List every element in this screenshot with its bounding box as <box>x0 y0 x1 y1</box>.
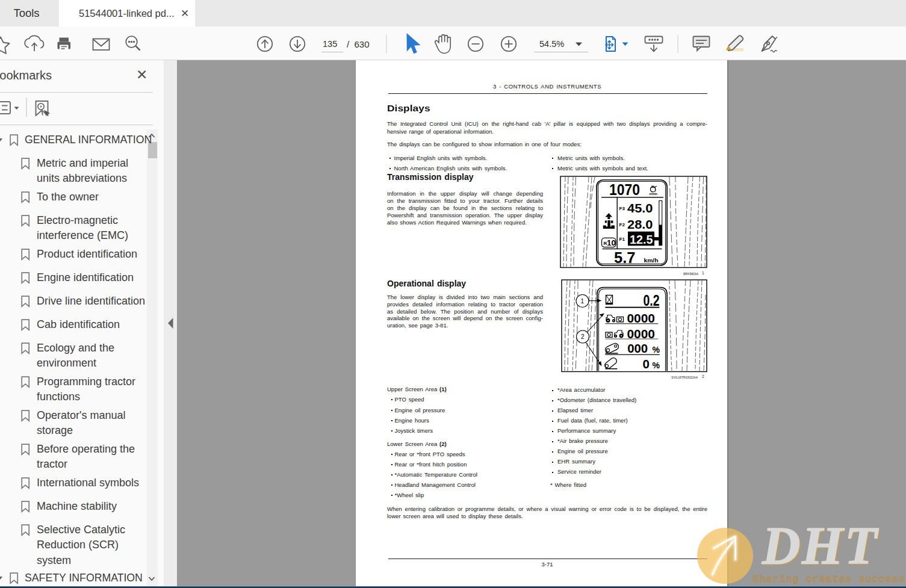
svg-text:F1: F1 <box>619 237 625 242</box>
svg-text:0000: 0000 <box>627 327 656 341</box>
svg-text:5.7: 5.7 <box>614 249 636 267</box>
svg-text:000: 000 <box>627 341 648 355</box>
svg-text:%: % <box>653 361 660 370</box>
svg-text:28.0: 28.0 <box>627 217 653 231</box>
svg-text:10: 10 <box>607 238 616 247</box>
svg-text:km/h: km/h <box>644 257 659 264</box>
svg-text:1070: 1070 <box>609 181 640 199</box>
svg-text:%: % <box>653 345 660 354</box>
svg-text:12.5: 12.5 <box>630 232 653 246</box>
svg-text:0000: 0000 <box>627 311 656 325</box>
svg-text:2: 2 <box>581 333 585 340</box>
svg-text:n/min: n/min <box>650 192 657 196</box>
svg-text:1: 1 <box>581 298 585 305</box>
svg-text:0: 0 <box>642 357 649 371</box>
svg-text:45.0: 45.0 <box>627 201 653 215</box>
svg-text:F3: F3 <box>619 206 625 211</box>
svg-text:F2: F2 <box>619 222 625 227</box>
svg-text:0.2: 0.2 <box>644 291 660 309</box>
